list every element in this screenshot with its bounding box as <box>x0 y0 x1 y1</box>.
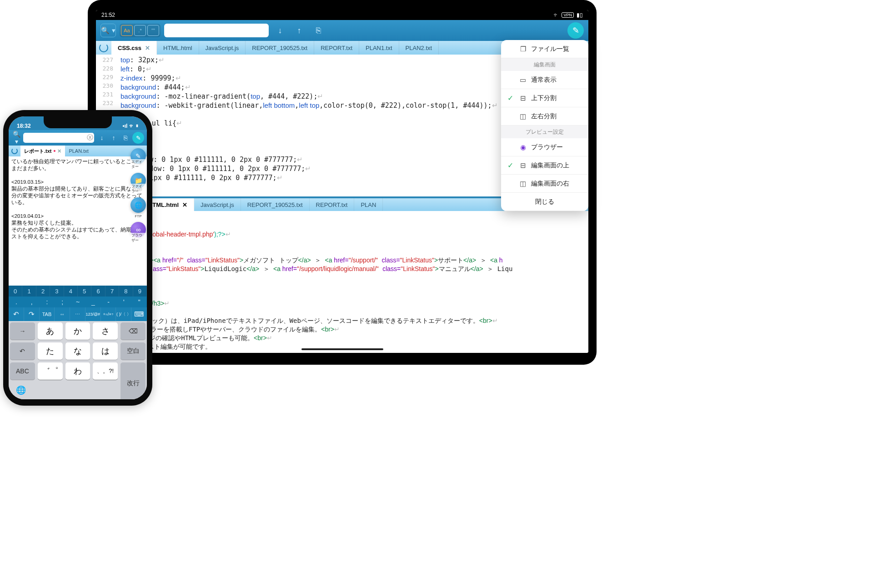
japanese-keyboard[interactable]: → あ か さ ⌫ ↶ た な は 空白 ま や ら <box>9 321 147 399</box>
tab-js[interactable]: JavaScript.js <box>199 41 246 55</box>
search-opt-regex[interactable]: .* <box>134 25 146 36</box>
key-return[interactable]: 改行 <box>120 362 146 399</box>
search-button[interactable]: 🔍 ▾ <box>100 24 116 37</box>
key-ka[interactable]: か <box>65 322 90 340</box>
split-tab-plan[interactable]: PLAN <box>354 198 383 211</box>
split-tab-report1[interactable]: REPORT_190525.txt <box>241 198 310 211</box>
line-gutter: 227228229230231232 <box>96 55 116 107</box>
key-ta[interactable]: た <box>38 342 63 360</box>
iphone-tab-plan[interactable]: PLAN.txt <box>65 146 92 156</box>
close-icon[interactable]: ✕ <box>57 148 61 154</box>
menu-close[interactable]: 閉じる <box>501 193 588 211</box>
split-tab-report2[interactable]: REPORT.txt <box>310 198 355 211</box>
menu-section-edit: 編集画面 <box>501 58 588 71</box>
replace-icon[interactable]: ⎘ <box>120 134 130 141</box>
tab-css[interactable]: CSS.css✕ <box>111 41 157 55</box>
menu-split-vertical[interactable]: ✓⊟上下分割 <box>501 89 588 107</box>
arrow-down-icon[interactable]: ↓ <box>97 134 107 141</box>
app-logo-icon[interactable] <box>9 146 20 156</box>
editor-bottom-pane: CSS.css ∞HTML.html✕ JavaScript.js REPORT… <box>96 196 588 353</box>
compose-button[interactable]: ✎ <box>132 132 144 144</box>
keyboard-number-row[interactable]: 0123456789 <box>9 286 147 297</box>
search-opt-case[interactable]: Aa <box>121 25 133 36</box>
layout-dropdown-menu: ❐ファイル一覧 編集画面 ▭通常表示 ✓⊟上下分割 ◫左右分割 プレビュー設定 … <box>501 40 588 211</box>
menu-preview-above[interactable]: ✓⊟編集画面の上 <box>501 156 588 175</box>
key-arrow[interactable]: → <box>10 322 35 340</box>
menu-split-horizontal[interactable]: ◫左右分割 <box>501 107 588 126</box>
bubble-ftp[interactable]: 🌐FTP <box>130 197 146 213</box>
key-sa[interactable]: さ <box>93 322 118 340</box>
globe-icon[interactable]: 🌐 <box>16 385 26 395</box>
tab-plan2[interactable]: PLAN2.txt <box>399 41 439 55</box>
arrow-down-icon[interactable]: ↓ <box>272 24 288 37</box>
key-dakuten[interactable]: ゛゜ <box>38 362 63 380</box>
iphone-notch <box>44 116 112 128</box>
iphone-time: 18:32 <box>17 123 31 129</box>
keyboard-function-row[interactable]: ↶↷TAB◦◦⋯123/@#+=/×÷( )/〈 〉⌨ <box>9 307 147 321</box>
ipad-statusbar: 21:52 ᯤ VPN ▮▯ <box>96 10 588 20</box>
bubble-editor[interactable]: ✎エディター <box>130 148 146 164</box>
key-wa[interactable]: わ <box>65 362 90 380</box>
floating-bubbles: ✎エディター 📁ファイラー 🌐FTP ∞ブラウザー <box>130 148 146 237</box>
battery-icon: ▮▯ <box>577 12 583 18</box>
clear-icon[interactable]: ⓧ <box>85 134 95 142</box>
tab-html[interactable]: HTML.html <box>157 41 199 55</box>
key-delete[interactable]: ⌫ <box>120 322 146 340</box>
key-space[interactable]: 空白 <box>120 342 146 360</box>
close-icon[interactable]: ✕ <box>182 201 187 208</box>
tab-plan1[interactable]: PLAN1.txt <box>359 41 399 55</box>
search-opt-word[interactable]: "" <box>147 25 159 36</box>
key-undo[interactable]: ↶ <box>10 342 35 360</box>
iphone-tab-report[interactable]: レポート.txt•✕ <box>20 146 65 156</box>
key-ha[interactable]: は <box>93 342 118 360</box>
key-na[interactable]: な <box>65 342 90 360</box>
vpn-badge: VPN <box>562 12 574 18</box>
menu-preview-right[interactable]: ◫編集画面の右 <box>501 175 588 193</box>
iphone-status-icons: •ıl ᯤ ▮ <box>122 123 139 129</box>
search-options: Aa .* "" <box>120 24 161 37</box>
menu-browser[interactable]: ◉ブラウザー <box>501 138 588 156</box>
bubble-browser[interactable]: ∞ブラウザー <box>130 222 146 237</box>
tab-report1[interactable]: REPORT_190525.txt <box>246 41 314 55</box>
menu-normal-view[interactable]: ▭通常表示 <box>501 71 588 89</box>
key-abc[interactable]: ABC <box>10 362 35 380</box>
arrow-up-icon[interactable]: ↑ <box>291 24 307 37</box>
search-input[interactable] <box>164 24 269 37</box>
iphone-tabs: レポート.txt•✕ PLAN.txt ＋ <box>9 146 147 156</box>
home-indicator[interactable] <box>301 348 383 350</box>
iphone-text-body[interactable]: ているか独自処理でマンパワーに頼っているところもまだまだ多い。 <2019.03… <box>9 156 147 247</box>
iphone-frame: 18:32 •ıl ᯤ ▮ 🔍▾ ⓧ ↓ ↑ ⎘ ✎ レポート.txt•✕ PL… <box>3 110 152 406</box>
app-logo-icon[interactable] <box>96 41 111 55</box>
iphone-screen: 18:32 •ıl ᯤ ▮ 🔍▾ ⓧ ↓ ↑ ⎘ ✎ レポート.txt•✕ PL… <box>9 116 147 399</box>
ipad-time: 21:52 <box>101 12 115 18</box>
replace-icon[interactable]: ⎘ <box>311 24 326 37</box>
menu-file-list[interactable]: ❐ファイル一覧 <box>501 40 588 58</box>
compose-button[interactable]: ✎ <box>567 22 584 39</box>
bubble-filer[interactable]: 📁ファイラー <box>130 173 146 188</box>
ipad-frame: 21:52 ᯤ VPN ▮▯ 🔍 ▾ Aa .* "" ↓ ↑ ⎘ ✎ CSS.… <box>88 0 597 365</box>
html-code-content[interactable]: "page_top"></a>↵ d block]-->↵ lude_once(… <box>96 211 588 351</box>
key-a[interactable]: あ <box>38 322 63 340</box>
close-icon[interactable]: ✕ <box>145 45 150 51</box>
key-punct[interactable]: 、。?! <box>93 362 118 380</box>
ipad-toolbar: 🔍 ▾ Aa .* "" ↓ ↑ ⎘ ✎ <box>96 20 588 41</box>
search-icon[interactable]: 🔍▾ <box>11 131 21 145</box>
split-tab-js[interactable]: JavaScript.js <box>194 198 241 211</box>
wifi-icon: ᯤ <box>553 12 559 18</box>
keyboard-symbol-row[interactable]: .,:;~_-'" <box>9 297 147 307</box>
tab-report2[interactable]: REPORT.txt <box>314 41 359 55</box>
iphone-toolbar: 🔍▾ ⓧ ↓ ↑ ⎘ ✎ <box>9 130 147 146</box>
arrow-up-icon[interactable]: ↑ <box>109 134 119 141</box>
menu-section-preview: プレビュー設定 <box>501 126 588 138</box>
iphone-search-input[interactable] <box>23 133 94 143</box>
